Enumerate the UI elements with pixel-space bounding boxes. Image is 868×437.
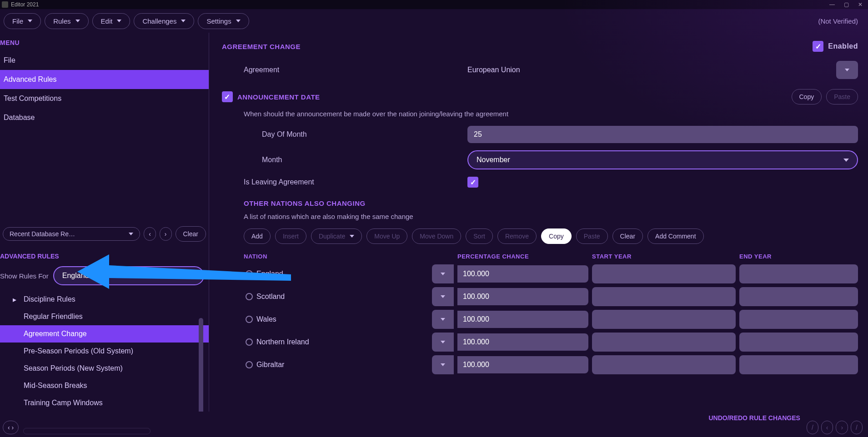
prev-record-button[interactable]: ‹: [144, 227, 156, 241]
footer-prev-group[interactable]: ‹ ›: [3, 421, 19, 434]
start-year-input[interactable]: [592, 355, 736, 374]
paste-list-button[interactable]: Paste: [576, 228, 608, 244]
percentage-input[interactable]: [457, 265, 588, 283]
clear-list-button[interactable]: Clear: [612, 228, 643, 244]
radio-icon: [246, 338, 253, 346]
remove-button[interactable]: Remove: [497, 228, 537, 244]
copy-date-button[interactable]: Copy: [792, 89, 822, 104]
nation-dropdown[interactable]: [432, 310, 454, 329]
close-icon[interactable]: ✕: [858, 1, 863, 8]
tree-training-camp[interactable]: Training Camp Windows: [0, 394, 209, 412]
tree-regular-friendlies[interactable]: Regular Friendlies: [0, 308, 209, 325]
nation-dropdown[interactable]: [432, 333, 454, 352]
other-nations-desc: A list of nations which are also making …: [222, 213, 858, 220]
agreement-row: Agreement European Union: [222, 57, 858, 83]
tree-season-periods[interactable]: Season Periods (New System): [0, 360, 209, 377]
tree-agreement-change[interactable]: Agreement Change: [0, 325, 209, 343]
announcement-date-header: ANNOUNCEMENT DATE Copy Paste: [222, 89, 858, 104]
footer: ‹ › UNDO/REDO RULE CHANGES / ‹ › /: [0, 412, 868, 437]
paste-date-button[interactable]: Paste: [826, 89, 858, 104]
undo-prev-button[interactable]: ‹: [821, 421, 833, 434]
chevron-down-icon: [843, 159, 849, 162]
percentage-input[interactable]: [457, 333, 588, 351]
recent-records-select[interactable]: Recent Database Re…: [3, 227, 140, 241]
sidebar-item-database[interactable]: Database: [0, 108, 209, 127]
moveup-button[interactable]: Move Up: [366, 228, 407, 244]
announcement-date-checkbox[interactable]: [222, 91, 233, 102]
movedown-button[interactable]: Move Down: [412, 228, 461, 244]
duplicate-button[interactable]: Duplicate: [311, 228, 362, 244]
month-label: Month: [222, 156, 467, 164]
end-year-input[interactable]: [739, 264, 858, 283]
end-year-input[interactable]: [739, 310, 858, 329]
chevron-down-icon: [845, 69, 849, 71]
chevron-down-icon: [181, 20, 186, 22]
menubar: File Rules Edit Challenges Settings (Not…: [0, 9, 868, 33]
footer-select[interactable]: [23, 428, 151, 434]
next-record-button[interactable]: ›: [160, 227, 172, 241]
month-select[interactable]: November: [467, 150, 858, 169]
sidebar-item-test-competitions[interactable]: Test Competitions: [0, 89, 209, 108]
end-year-input[interactable]: [739, 287, 858, 306]
table-row[interactable]: Wales: [244, 310, 858, 329]
tree-preseason-periods[interactable]: Pre-Season Periods (Old System): [0, 343, 209, 360]
nation-dropdown[interactable]: [432, 355, 454, 374]
agreement-dropdown[interactable]: [836, 61, 858, 79]
col-start: START YEAR: [592, 253, 739, 260]
percentage-input[interactable]: [457, 356, 588, 373]
end-year-input[interactable]: [739, 333, 858, 352]
start-year-input[interactable]: [592, 264, 736, 283]
sidebar-tools: Recent Database Re… ‹ › Clear: [0, 222, 209, 246]
copy-list-button[interactable]: Copy: [541, 228, 572, 244]
agreement-label: Agreement: [222, 66, 467, 74]
redo-next-button[interactable]: ›: [836, 421, 848, 434]
table-row[interactable]: Northern Ireland: [244, 333, 858, 352]
day-input[interactable]: [467, 126, 858, 143]
percentage-input[interactable]: [457, 311, 588, 328]
announcement-date-desc: When should the announcement be made ove…: [222, 110, 858, 118]
show-rules-for-select[interactable]: England: [53, 266, 204, 285]
radio-icon: [246, 270, 253, 278]
day-label: Day Of Month: [222, 130, 467, 139]
add-button[interactable]: Add: [244, 228, 271, 244]
end-year-input[interactable]: [739, 355, 858, 374]
add-comment-button[interactable]: Add Comment: [647, 228, 703, 244]
redo-last-button[interactable]: /: [851, 421, 863, 434]
start-year-input[interactable]: [592, 310, 736, 329]
table-row[interactable]: England: [244, 264, 858, 283]
sidebar-menu-header: MENU: [0, 33, 209, 51]
show-rules-for-label: Show Rules For: [0, 272, 49, 280]
table-row[interactable]: Scotland: [244, 287, 858, 306]
radio-icon: [246, 361, 253, 368]
nation-dropdown[interactable]: [432, 287, 454, 306]
menu-settings[interactable]: Settings: [198, 13, 249, 29]
undo-first-button[interactable]: /: [807, 421, 818, 434]
start-year-input[interactable]: [592, 333, 736, 352]
insert-button[interactable]: Insert: [275, 228, 306, 244]
tree-midseason-breaks[interactable]: Mid-Season Breaks: [0, 377, 209, 394]
menu-rules[interactable]: Rules: [45, 13, 88, 29]
table-row[interactable]: Gibraltar: [244, 355, 858, 374]
maximize-icon[interactable]: ▢: [844, 1, 849, 8]
start-year-input[interactable]: [592, 287, 736, 306]
enabled-checkbox[interactable]: [813, 41, 823, 52]
nation-dropdown[interactable]: [432, 264, 454, 283]
menu-file[interactable]: File: [4, 13, 41, 29]
undo-redo-label: UNDO/REDO RULE CHANGES: [708, 412, 800, 422]
nation-name: Northern Ireland: [244, 338, 428, 346]
percentage-input[interactable]: [457, 288, 588, 305]
tree-scrollbar[interactable]: [199, 318, 203, 412]
chevron-down-icon: [350, 235, 354, 238]
menu-challenges[interactable]: Challenges: [134, 13, 194, 29]
window-controls: ― ▢ ✕: [829, 1, 866, 8]
minimize-icon[interactable]: ―: [829, 1, 835, 8]
clear-button[interactable]: Clear: [176, 226, 206, 242]
tree-discipline-rules[interactable]: ▸Discipline Rules: [0, 291, 209, 308]
leaving-checkbox[interactable]: [467, 177, 478, 188]
nation-name: England: [244, 270, 428, 278]
table-rows: EnglandScotlandWalesNorthern IrelandGibr…: [222, 264, 858, 374]
menu-edit[interactable]: Edit: [92, 13, 130, 29]
sidebar-item-file[interactable]: File: [0, 51, 209, 70]
sidebar-item-advanced-rules[interactable]: Advanced Rules: [0, 70, 209, 89]
sort-button[interactable]: Sort: [466, 228, 493, 244]
